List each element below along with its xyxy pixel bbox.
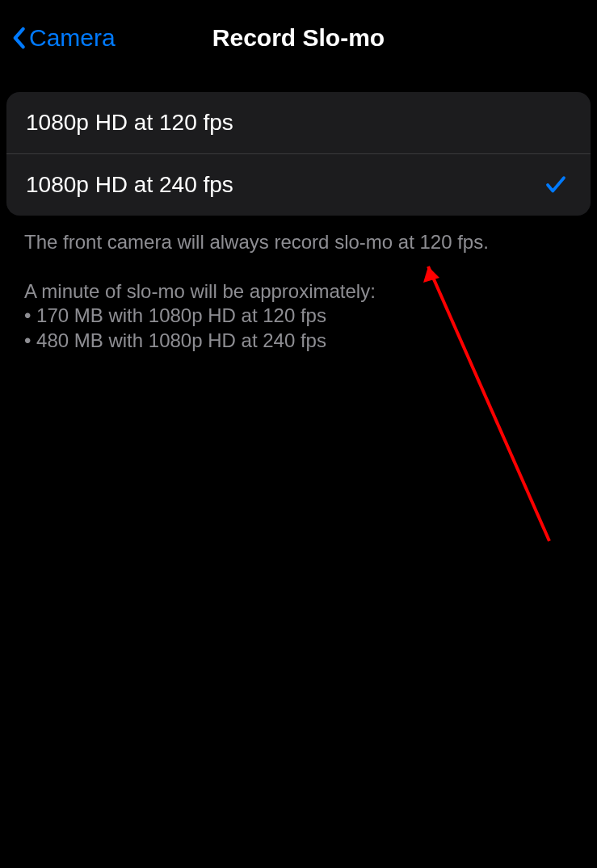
option-240fps[interactable]: 1080p HD at 240 fps (6, 154, 591, 216)
option-label: 1080p HD at 240 fps (26, 172, 233, 198)
chevron-left-icon (11, 27, 26, 49)
footer-bullet-2: • 480 MB with 1080p HD at 240 fps (24, 329, 573, 354)
footer-bullet-1: • 170 MB with 1080p HD at 120 fps (24, 304, 573, 329)
back-button[interactable]: Camera (11, 24, 116, 52)
option-120fps[interactable]: 1080p HD at 120 fps (6, 92, 591, 154)
back-label: Camera (29, 24, 116, 52)
footer-description: The front camera will always record slo-… (0, 216, 597, 354)
footer-line-2: A minute of slo-mo will be approximately… (24, 279, 573, 304)
footer-line-1: The front camera will always record slo-… (24, 230, 573, 255)
slomo-options-group: 1080p HD at 120 fps 1080p HD at 240 fps (6, 92, 591, 216)
checkmark-icon (544, 173, 568, 197)
navigation-bar: Camera Record Slo-mo (0, 0, 597, 76)
content-area: 1080p HD at 120 fps 1080p HD at 240 fps … (0, 76, 597, 354)
option-label: 1080p HD at 120 fps (26, 110, 233, 136)
page-title: Record Slo-mo (212, 24, 385, 52)
